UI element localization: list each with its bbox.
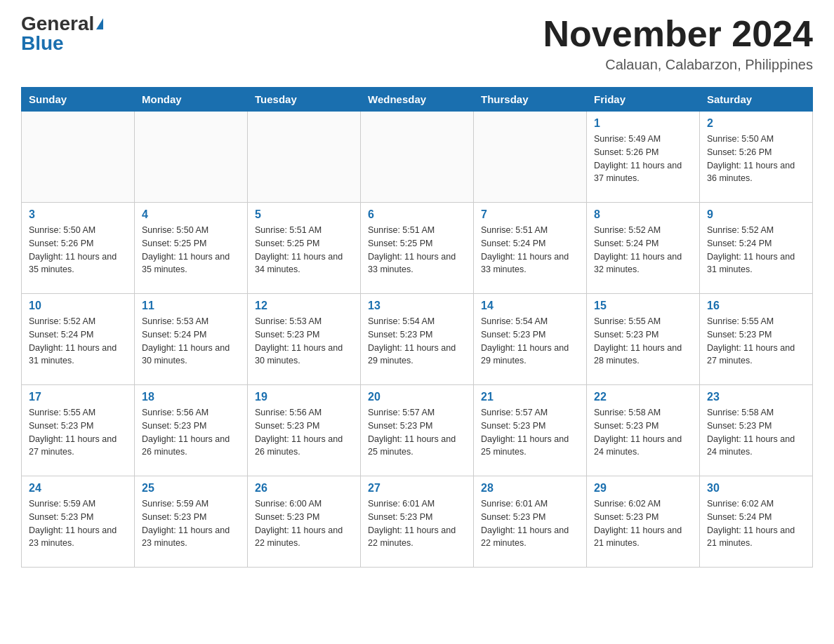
day-info: Sunrise: 5:56 AM Sunset: 5:23 PM Dayligh… [255,406,353,459]
calendar-header: SundayMondayTuesdayWednesdayThursdayFrid… [22,88,813,112]
calendar-cell: 13Sunrise: 5:54 AM Sunset: 5:23 PM Dayli… [361,294,474,385]
calendar-cell: 24Sunrise: 5:59 AM Sunset: 5:23 PM Dayli… [22,476,135,568]
day-info: Sunrise: 5:57 AM Sunset: 5:23 PM Dayligh… [481,406,579,459]
day-number: 16 [707,300,805,312]
day-info: Sunrise: 5:52 AM Sunset: 5:24 PM Dayligh… [29,315,127,368]
day-number: 18 [142,391,240,403]
day-number: 28 [481,482,579,495]
day-number: 7 [481,208,579,221]
calendar-cell: 22Sunrise: 5:58 AM Sunset: 5:23 PM Dayli… [587,385,700,476]
calendar-cell: 10Sunrise: 5:52 AM Sunset: 5:24 PM Dayli… [22,294,135,385]
day-number: 8 [594,208,692,221]
calendar-body: 1Sunrise: 5:49 AM Sunset: 5:26 PM Daylig… [22,112,813,568]
day-info: Sunrise: 5:55 AM Sunset: 5:23 PM Dayligh… [707,315,805,368]
day-info: Sunrise: 6:01 AM Sunset: 5:23 PM Dayligh… [368,497,466,550]
day-number: 17 [29,391,127,403]
day-number: 24 [29,482,127,495]
header-day-wednesday: Wednesday [361,88,474,112]
day-info: Sunrise: 5:54 AM Sunset: 5:23 PM Dayligh… [368,315,466,368]
day-number: 9 [707,208,805,221]
calendar-cell: 28Sunrise: 6:01 AM Sunset: 5:23 PM Dayli… [474,476,587,568]
day-info: Sunrise: 5:50 AM Sunset: 5:26 PM Dayligh… [29,224,127,276]
title-block: November 2024 Calauan, Calabarzon, Phili… [543,14,813,73]
calendar-cell [22,112,135,203]
day-number: 29 [594,482,692,495]
day-info: Sunrise: 5:59 AM Sunset: 5:23 PM Dayligh… [142,497,240,550]
week-row-4: 24Sunrise: 5:59 AM Sunset: 5:23 PM Dayli… [22,476,813,568]
day-number: 2 [707,117,805,130]
week-row-0: 1Sunrise: 5:49 AM Sunset: 5:26 PM Daylig… [22,112,813,203]
day-number: 22 [594,391,692,403]
day-number: 25 [142,482,240,495]
calendar-cell: 20Sunrise: 5:57 AM Sunset: 5:23 PM Dayli… [361,385,474,476]
header-row: SundayMondayTuesdayWednesdayThursdayFrid… [22,88,813,112]
header-day-sunday: Sunday [22,88,135,112]
calendar-cell: 1Sunrise: 5:49 AM Sunset: 5:26 PM Daylig… [587,112,700,203]
day-number: 27 [368,482,466,495]
day-info: Sunrise: 6:02 AM Sunset: 5:23 PM Dayligh… [594,497,692,550]
page-header: General Blue November 2024 Calauan, Cala… [21,14,813,73]
calendar-cell: 7Sunrise: 5:51 AM Sunset: 5:24 PM Daylig… [474,203,587,294]
day-number: 10 [29,300,127,312]
calendar-cell [361,112,474,203]
day-info: Sunrise: 5:59 AM Sunset: 5:23 PM Dayligh… [29,497,127,550]
week-row-3: 17Sunrise: 5:55 AM Sunset: 5:23 PM Dayli… [22,385,813,476]
day-number: 20 [368,391,466,403]
location-subtitle: Calauan, Calabarzon, Philippines [543,57,813,73]
day-number: 30 [707,482,805,495]
day-number: 21 [481,391,579,403]
day-number: 11 [142,300,240,312]
day-info: Sunrise: 5:57 AM Sunset: 5:23 PM Dayligh… [368,406,466,459]
calendar-cell: 5Sunrise: 5:51 AM Sunset: 5:25 PM Daylig… [248,203,361,294]
calendar-cell: 4Sunrise: 5:50 AM Sunset: 5:25 PM Daylig… [135,203,248,294]
calendar-cell: 21Sunrise: 5:57 AM Sunset: 5:23 PM Dayli… [474,385,587,476]
day-number: 5 [255,208,353,221]
day-info: Sunrise: 5:55 AM Sunset: 5:23 PM Dayligh… [594,315,692,368]
day-info: Sunrise: 5:51 AM Sunset: 5:25 PM Dayligh… [368,224,466,276]
day-number: 14 [481,300,579,312]
calendar-cell: 11Sunrise: 5:53 AM Sunset: 5:24 PM Dayli… [135,294,248,385]
logo: General Blue [21,14,103,53]
week-row-1: 3Sunrise: 5:50 AM Sunset: 5:26 PM Daylig… [22,203,813,294]
day-number: 15 [594,300,692,312]
day-number: 4 [142,208,240,221]
day-info: Sunrise: 5:50 AM Sunset: 5:26 PM Dayligh… [707,133,805,185]
calendar-cell: 17Sunrise: 5:55 AM Sunset: 5:23 PM Dayli… [22,385,135,476]
day-number: 6 [368,208,466,221]
logo-general-text: General [21,14,94,34]
day-info: Sunrise: 5:58 AM Sunset: 5:23 PM Dayligh… [707,406,805,459]
calendar-cell: 9Sunrise: 5:52 AM Sunset: 5:24 PM Daylig… [700,203,813,294]
header-day-saturday: Saturday [700,88,813,112]
day-info: Sunrise: 5:56 AM Sunset: 5:23 PM Dayligh… [142,406,240,459]
calendar-cell: 23Sunrise: 5:58 AM Sunset: 5:23 PM Dayli… [700,385,813,476]
day-info: Sunrise: 5:53 AM Sunset: 5:24 PM Dayligh… [142,315,240,368]
calendar-cell [248,112,361,203]
calendar-cell: 6Sunrise: 5:51 AM Sunset: 5:25 PM Daylig… [361,203,474,294]
day-info: Sunrise: 5:58 AM Sunset: 5:23 PM Dayligh… [594,406,692,459]
day-number: 12 [255,300,353,312]
header-day-thursday: Thursday [474,88,587,112]
calendar-cell: 2Sunrise: 5:50 AM Sunset: 5:26 PM Daylig… [700,112,813,203]
header-day-friday: Friday [587,88,700,112]
header-day-tuesday: Tuesday [248,88,361,112]
calendar-cell: 15Sunrise: 5:55 AM Sunset: 5:23 PM Dayli… [587,294,700,385]
day-info: Sunrise: 6:02 AM Sunset: 5:24 PM Dayligh… [707,497,805,550]
calendar-cell: 3Sunrise: 5:50 AM Sunset: 5:26 PM Daylig… [22,203,135,294]
calendar-cell: 8Sunrise: 5:52 AM Sunset: 5:24 PM Daylig… [587,203,700,294]
calendar-cell: 14Sunrise: 5:54 AM Sunset: 5:23 PM Dayli… [474,294,587,385]
day-number: 26 [255,482,353,495]
day-info: Sunrise: 5:52 AM Sunset: 5:24 PM Dayligh… [707,224,805,276]
calendar-table: SundayMondayTuesdayWednesdayThursdayFrid… [21,87,813,568]
logo-blue-text: Blue [21,34,64,53]
day-info: Sunrise: 5:52 AM Sunset: 5:24 PM Dayligh… [594,224,692,276]
day-info: Sunrise: 5:55 AM Sunset: 5:23 PM Dayligh… [29,406,127,459]
day-info: Sunrise: 5:54 AM Sunset: 5:23 PM Dayligh… [481,315,579,368]
day-info: Sunrise: 5:51 AM Sunset: 5:24 PM Dayligh… [481,224,579,276]
calendar-cell: 12Sunrise: 5:53 AM Sunset: 5:23 PM Dayli… [248,294,361,385]
week-row-2: 10Sunrise: 5:52 AM Sunset: 5:24 PM Dayli… [22,294,813,385]
day-info: Sunrise: 6:01 AM Sunset: 5:23 PM Dayligh… [481,497,579,550]
calendar-cell: 25Sunrise: 5:59 AM Sunset: 5:23 PM Dayli… [135,476,248,568]
day-number: 1 [594,117,692,130]
month-year-title: November 2024 [543,14,813,54]
calendar-cell: 19Sunrise: 5:56 AM Sunset: 5:23 PM Dayli… [248,385,361,476]
